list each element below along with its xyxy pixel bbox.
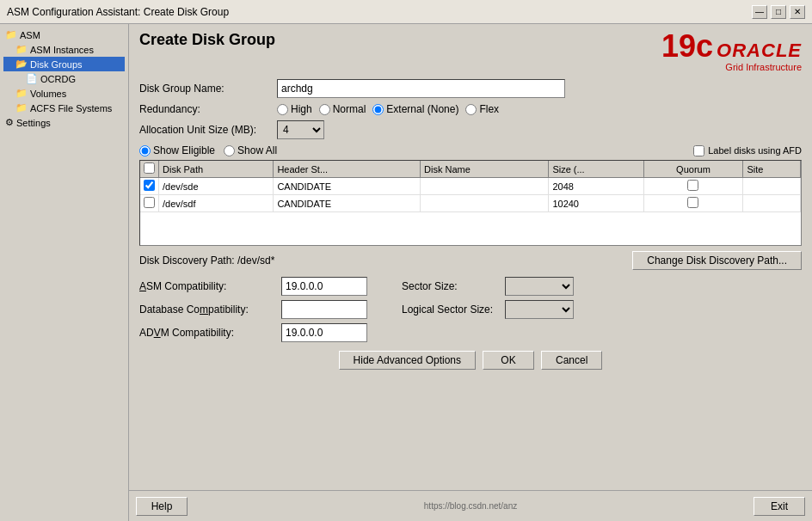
advm-compat-row: ADVM Compatibility: [139, 323, 367, 342]
allocation-unit-row: Allocation Unit Size (MB): 4 1 2 8 16 32… [139, 120, 802, 139]
settings-icon: ⚙ [5, 117, 14, 128]
sidebar-item-asm[interactable]: 📁 ASM [3, 28, 125, 42]
allocation-unit-label: Allocation Unit Size (MB): [139, 124, 277, 136]
table-row: /dev/sde CANDIDATE 2048 [140, 178, 801, 195]
cell-header-status-sde: CANDIDATE [274, 178, 421, 195]
cell-disk-name-sde [421, 178, 549, 195]
folder-icon: 📁 [5, 29, 17, 40]
cell-site-sde [743, 178, 801, 195]
cell-size-sdf: 10240 [549, 195, 643, 212]
sector-size-select[interactable]: 512 4096 [505, 277, 574, 296]
oracle-brand: ORACLE [717, 40, 802, 62]
folder-icon: 📁 [15, 44, 28, 55]
action-buttons: Hide Advanced Options OK Cancel [139, 347, 802, 373]
main-container: 📁 ASM 📁 ASM Instances 📂 Disk Groups 📄 OC… [0, 24, 812, 521]
asm-compat-row: ASM Compatibility: [139, 277, 367, 296]
folder-icon: 📁 [15, 102, 28, 113]
title-bar: ASM Configuration Assistant: Create Disk… [0, 0, 812, 24]
show-all-option[interactable]: Show All [224, 144, 277, 156]
hide-advanced-button[interactable]: Hide Advanced Options [339, 351, 476, 370]
col-header-disk-path: Disk Path [159, 161, 274, 178]
allocation-unit-select[interactable]: 4 1 2 8 16 32 64 [277, 120, 324, 139]
disk-group-name-row: Disk Group Name: [139, 79, 802, 98]
folder-icon: 📁 [15, 88, 28, 99]
change-discovery-path-button[interactable]: Change Disk Discovery Path... [632, 251, 802, 270]
content-area: Create Disk Group 19c ORACLE Grid Infras… [129, 24, 812, 521]
bottom-bar: Help https://blog.csdn.net/anz Exit [129, 490, 812, 521]
sidebar-item-acfs[interactable]: 📁 ACFS File Systems [3, 101, 125, 115]
oracle-logo: 19c ORACLE Grid Infrastructure [661, 31, 802, 72]
exit-button[interactable]: Exit [754, 497, 805, 516]
sidebar-item-disk-groups[interactable]: 📂 Disk Groups [3, 57, 125, 71]
disk-group-name-input[interactable] [277, 79, 565, 98]
asm-compat-input[interactable] [281, 277, 367, 296]
quorum-check-sde[interactable] [687, 180, 698, 191]
col-header-site: Site [743, 161, 801, 178]
folder-open-icon: 📂 [15, 58, 28, 70]
logical-sector-size-select[interactable]: 512 4096 [505, 300, 574, 319]
db-compat-row: Database Compatibility: [139, 300, 367, 319]
sector-size-label: Sector Size: [402, 280, 505, 292]
discovery-path-label: Disk Discovery Path: /dev/sd* [139, 254, 274, 267]
page-header: Create Disk Group 19c ORACLE Grid Infras… [129, 24, 812, 76]
logical-sector-size-row: Logical Sector Size: 512 4096 [402, 300, 574, 319]
select-all-checkbox[interactable] [144, 162, 155, 174]
document-icon: 📄 [26, 73, 38, 84]
sidebar-item-ocrdg[interactable]: 📄 OCRDG [3, 71, 125, 86]
label-disks-afd-label: Label disks using AFD [708, 145, 802, 156]
redundancy-normal[interactable]: Normal [319, 103, 366, 115]
advanced-options-form: ASM Compatibility: Database Compatibilit… [139, 277, 802, 342]
redundancy-label: Redundancy: [139, 103, 277, 115]
help-button[interactable]: Help [136, 497, 188, 516]
row-check-sdf[interactable] [144, 197, 155, 208]
disk-group-name-label: Disk Group Name: [139, 83, 277, 95]
maximize-button[interactable]: □ [771, 5, 786, 19]
ok-button[interactable]: OK [483, 351, 534, 370]
url-label: https://blog.csdn.net/anz [424, 501, 517, 511]
sidebar-item-settings[interactable]: ⚙ Settings [3, 115, 125, 130]
advm-compat-input[interactable] [281, 323, 367, 342]
discovery-row: Disk Discovery Path: /dev/sd* Change Dis… [139, 251, 802, 270]
row-check-sde[interactable] [144, 180, 155, 191]
advm-compat-label: ADVM Compatibility: [139, 327, 281, 339]
col-header-size: Size (... [549, 161, 643, 178]
db-compat-input[interactable] [281, 300, 367, 319]
table-row: /dev/sdf CANDIDATE 10240 [140, 195, 801, 212]
sidebar-item-volumes[interactable]: 📁 Volumes [3, 86, 125, 101]
redundancy-row: Redundancy: High Normal External (None) [139, 103, 802, 115]
oracle-subtitle: Grid Infrastructure [725, 62, 802, 72]
col-header-header-status: Header St... [274, 161, 421, 178]
redundancy-external[interactable]: External (None) [372, 103, 458, 115]
sector-size-row: Sector Size: 512 4096 [402, 277, 574, 296]
cell-disk-path-sde: /dev/sde [159, 178, 274, 195]
cancel-button[interactable]: Cancel [541, 351, 602, 370]
show-eligible-option[interactable]: Show Eligible [139, 144, 215, 156]
window-controls: — □ ✕ [752, 5, 805, 19]
disk-table-container: Disk Path Header St... Disk Name Size (.… [139, 160, 802, 246]
form-area: Disk Group Name: Redundancy: High Normal [129, 76, 812, 490]
quorum-check-sdf[interactable] [687, 197, 698, 208]
disk-table: Disk Path Header St... Disk Name Size (.… [140, 161, 801, 212]
cell-disk-name-sdf [421, 195, 549, 212]
db-compat-label: Database Compatibility: [139, 303, 281, 316]
label-disks-afd-checkbox[interactable] [693, 145, 704, 156]
cell-site-sdf [743, 195, 801, 212]
page-title: Create Disk Group [139, 31, 275, 49]
cell-disk-path-sdf: /dev/sdf [159, 195, 274, 212]
col-header-quorum: Quorum [643, 161, 743, 178]
col-header-disk-name: Disk Name [421, 161, 549, 178]
col-header-check [140, 161, 159, 178]
sidebar-item-asm-instances[interactable]: 📁 ASM Instances [3, 42, 125, 57]
close-button[interactable]: ✕ [790, 5, 805, 19]
redundancy-high[interactable]: High [277, 103, 312, 115]
oracle-version: 19c [661, 31, 713, 62]
show-eligible-row: Show Eligible Show All Label disks using… [139, 144, 802, 156]
redundancy-flex[interactable]: Flex [465, 103, 499, 115]
minimize-button[interactable]: — [752, 5, 767, 19]
logical-sector-label: Logical Sector Size: [402, 303, 505, 316]
sidebar: 📁 ASM 📁 ASM Instances 📂 Disk Groups 📄 OC… [0, 24, 129, 521]
window-title: ASM Configuration Assistant: Create Disk… [7, 6, 229, 18]
cell-size-sde: 2048 [549, 178, 643, 195]
redundancy-group: High Normal External (None) Flex [277, 103, 499, 115]
cell-header-status-sdf: CANDIDATE [274, 195, 421, 212]
